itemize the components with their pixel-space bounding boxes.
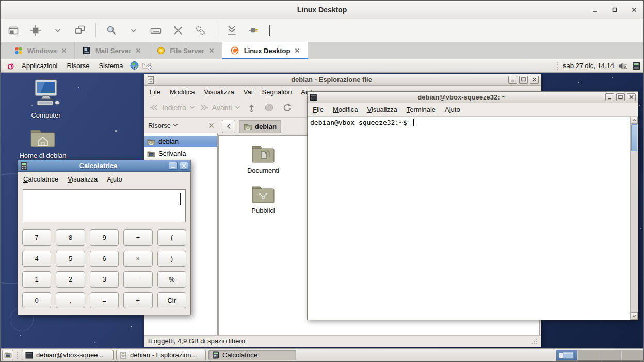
sidebar-title[interactable]: Risorse	[148, 122, 171, 129]
menu-visualizza[interactable]: Visualizza	[204, 88, 234, 96]
web-browser-icon[interactable]	[127, 59, 141, 73]
terminal-titlebar[interactable]: debian@vbox-squeeze32: ~	[308, 92, 638, 103]
close-icon[interactable]	[627, 93, 636, 101]
chevron-down-icon[interactable]	[173, 123, 178, 127]
panel-menu-applicazioni[interactable]: Applicazioni	[17, 61, 62, 71]
key-open-paren[interactable]: (	[157, 229, 186, 246]
key-percent[interactable]: %	[157, 271, 186, 288]
menu-aiuto[interactable]: Aiuto	[107, 175, 122, 183]
windows-list-icon[interactable]	[73, 24, 87, 37]
reload-icon[interactable]	[280, 101, 293, 114]
file-manager-titlebar[interactable]: debian - Esplorazione file	[144, 74, 541, 86]
key-6[interactable]: 6	[90, 251, 119, 267]
key-equals[interactable]: =	[90, 292, 119, 309]
workspace-2[interactable]	[578, 350, 600, 360]
back-button[interactable]: Indietro	[149, 103, 195, 112]
mail-clock-icon[interactable]	[141, 59, 154, 73]
workspace-4[interactable]	[622, 350, 643, 360]
key-divide[interactable]: ÷	[123, 229, 152, 246]
key-1[interactable]: 1	[22, 271, 51, 288]
menu-calcolatrice[interactable]: Calcolatrice	[23, 175, 58, 183]
terminal-applet-icon[interactable]	[632, 62, 640, 70]
maximize-icon[interactable]	[519, 76, 528, 84]
close-icon[interactable]	[209, 48, 214, 53]
key-multiply[interactable]: ×	[123, 251, 152, 267]
taskbar-drag-handle[interactable]	[16, 352, 19, 359]
debian-logo-icon[interactable]	[4, 59, 17, 73]
menu-aiuto[interactable]: Aiuto	[445, 106, 460, 113]
key-0[interactable]: 0	[22, 292, 51, 309]
panel-menu-risorse[interactable]: Risorse	[62, 61, 94, 71]
resize-grip-icon[interactable]	[531, 338, 537, 344]
calculator-display[interactable]	[23, 189, 186, 222]
chevron-down-icon[interactable]	[127, 24, 140, 37]
menu-modifica[interactable]: Modifica	[333, 106, 358, 113]
chevron-down-icon[interactable]	[51, 24, 65, 37]
stop-icon[interactable]	[262, 101, 276, 114]
sidebar-item-scrivania[interactable]: Scrivania	[144, 147, 217, 159]
panel-menu-sistema[interactable]: Sistema	[94, 61, 127, 71]
task-file-manager[interactable]: debian - Esplorazion...	[116, 350, 206, 360]
menu-visualizza[interactable]: Visualizza	[68, 175, 98, 183]
task-calculator[interactable]: Calcolatrice	[208, 350, 296, 360]
tab-windows[interactable]: Windows	[7, 42, 75, 59]
minimize-icon[interactable]	[605, 93, 614, 101]
file-item-documenti[interactable]: Documenti	[238, 143, 288, 174]
tools-icon[interactable]	[171, 24, 185, 37]
power-plug-icon[interactable]	[247, 24, 261, 37]
menu-file[interactable]: File	[150, 88, 160, 96]
scroll-up-icon[interactable]	[631, 117, 638, 124]
menu-segnalibri[interactable]: Segnalibri	[262, 88, 292, 96]
close-icon[interactable]	[61, 48, 67, 53]
menu-vai[interactable]: Vai	[244, 88, 253, 96]
close-icon[interactable]	[208, 123, 214, 128]
scrollbar-thumb[interactable]	[631, 124, 637, 151]
panel-drag-handle[interactable]	[556, 62, 559, 70]
minimize-icon[interactable]	[169, 162, 178, 170]
close-icon[interactable]	[630, 6, 638, 14]
menu-visualizza[interactable]: Visualizza	[367, 106, 397, 113]
workspace-1[interactable]	[556, 350, 578, 360]
zoom-icon[interactable]	[105, 24, 118, 37]
scroll-left-button[interactable]	[222, 120, 235, 133]
menu-modifica[interactable]: Modifica	[170, 88, 195, 96]
volume-muted-icon[interactable]	[618, 62, 628, 70]
maximize-icon[interactable]	[610, 6, 619, 14]
key-3[interactable]: 3	[90, 271, 119, 288]
minimize-icon[interactable]	[591, 6, 599, 14]
keyboard-icon[interactable]	[149, 24, 163, 37]
desktop-icon-computer[interactable]: Computer	[17, 79, 75, 119]
key-plus[interactable]: +	[123, 292, 152, 309]
tab-mail-server[interactable]: Mail Server	[75, 42, 149, 59]
desktop[interactable]: Computer Home di debian debian - Esplora…	[1, 73, 643, 348]
panel-clock[interactable]: sab 27 dic, 14.14	[563, 62, 614, 70]
show-desktop-button[interactable]	[2, 350, 13, 360]
maximize-icon[interactable]	[616, 93, 625, 101]
up-icon[interactable]	[245, 101, 258, 114]
tab-file-server[interactable]: File Server	[149, 42, 222, 59]
terminal-window[interactable]: debian@vbox-squeeze32: ~ File Modifica V…	[307, 91, 638, 320]
key-close-paren[interactable]: )	[157, 251, 186, 267]
usb-redirect-icon[interactable]	[225, 24, 238, 37]
close-icon[interactable]	[136, 48, 141, 53]
desktop-icon-home[interactable]: Home di debian	[14, 126, 72, 159]
key-5[interactable]: 5	[56, 251, 85, 267]
sidebar-item-debian[interactable]: debian	[144, 136, 217, 147]
key-4[interactable]: 4	[22, 251, 51, 267]
key-9[interactable]: 9	[90, 229, 119, 246]
forward-button[interactable]: Avanti	[199, 103, 241, 112]
menu-terminale[interactable]: Terminale	[407, 106, 436, 113]
key-minus[interactable]: −	[123, 271, 152, 288]
key-7[interactable]: 7	[22, 229, 51, 246]
task-terminal[interactable]: debian@vbox-squee...	[22, 350, 114, 360]
scroll-down-icon[interactable]	[631, 312, 638, 320]
key-comma[interactable]: ,	[56, 292, 85, 309]
calculator-window[interactable]: Calcolatrice Calcolatrice Visualizza Aiu…	[18, 160, 191, 315]
gears-icon[interactable]	[194, 24, 207, 37]
file-item-pubblici[interactable]: Pubblici	[238, 183, 288, 215]
workspace-3[interactable]	[600, 350, 622, 360]
close-icon[interactable]	[295, 48, 300, 53]
close-icon[interactable]	[530, 76, 539, 84]
key-clear[interactable]: Clr	[157, 292, 186, 309]
calculator-titlebar[interactable]: Calcolatrice	[18, 160, 190, 172]
